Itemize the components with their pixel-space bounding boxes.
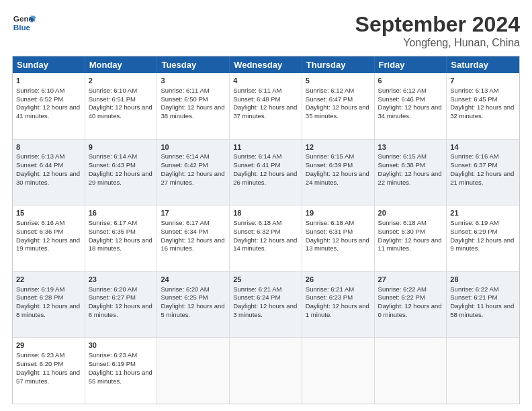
calendar-body: 1 Sunrise: 6:10 AMSunset: 6:52 PMDayligh… bbox=[13, 73, 519, 404]
day-10: 10 Sunrise: 6:14 AMSunset: 6:42 PMDaylig… bbox=[157, 140, 230, 205]
day-17: 17 Sunrise: 6:17 AMSunset: 6:34 PMDaylig… bbox=[157, 205, 230, 271]
day-13: 13 Sunrise: 6:15 AMSunset: 6:38 PMDaylig… bbox=[375, 140, 447, 205]
week-row-4: 22 Sunrise: 6:19 AMSunset: 6:28 PMDaylig… bbox=[13, 272, 519, 338]
calendar: Sunday Monday Tuesday Wednesday Thursday… bbox=[12, 56, 520, 404]
day-25: 25 Sunrise: 6:21 AMSunset: 6:24 PMDaylig… bbox=[230, 272, 302, 338]
week-row-2: 8 Sunrise: 6:13 AMSunset: 6:44 PMDayligh… bbox=[13, 140, 519, 206]
logo-icon: General Blue bbox=[12, 12, 36, 36]
week-row-3: 15 Sunrise: 6:16 AMSunset: 6:36 PMDaylig… bbox=[13, 205, 519, 272]
location-title: Yongfeng, Hunan, China bbox=[355, 37, 520, 49]
day-2: 2 Sunrise: 6:10 AMSunset: 6:51 PMDayligh… bbox=[85, 73, 158, 139]
day-1: 1 Sunrise: 6:10 AMSunset: 6:52 PMDayligh… bbox=[13, 73, 85, 139]
header-tuesday: Tuesday bbox=[157, 56, 230, 73]
day-4: 4 Sunrise: 6:11 AMSunset: 6:48 PMDayligh… bbox=[230, 73, 302, 139]
day-29: 29 Sunrise: 6:23 AMSunset: 6:20 PMDaylig… bbox=[13, 338, 85, 404]
header-friday: Friday bbox=[375, 56, 447, 73]
day-30: 30 Sunrise: 6:23 AMSunset: 6:19 PMDaylig… bbox=[85, 338, 158, 404]
logo: General Blue bbox=[12, 12, 36, 36]
page: General Blue September 2024 Yongfeng, Hu… bbox=[0, 0, 532, 411]
day-16: 16 Sunrise: 6:17 AMSunset: 6:35 PMDaylig… bbox=[85, 205, 158, 271]
day-3: 3 Sunrise: 6:11 AMSunset: 6:50 PMDayligh… bbox=[157, 73, 230, 139]
day-6: 6 Sunrise: 6:12 AMSunset: 6:46 PMDayligh… bbox=[375, 73, 447, 139]
calendar-header: Sunday Monday Tuesday Wednesday Thursday… bbox=[13, 56, 519, 73]
day-11: 11 Sunrise: 6:14 AMSunset: 6:41 PMDaylig… bbox=[230, 140, 302, 205]
day-12: 12 Sunrise: 6:15 AMSunset: 6:39 PMDaylig… bbox=[302, 140, 375, 205]
day-empty-1 bbox=[157, 338, 230, 404]
day-21: 21 Sunrise: 6:19 AMSunset: 6:29 PMDaylig… bbox=[447, 205, 519, 271]
week-row-1: 1 Sunrise: 6:10 AMSunset: 6:52 PMDayligh… bbox=[13, 73, 519, 140]
day-19: 19 Sunrise: 6:18 AMSunset: 6:31 PMDaylig… bbox=[302, 205, 375, 271]
day-15: 15 Sunrise: 6:16 AMSunset: 6:36 PMDaylig… bbox=[13, 205, 85, 271]
day-22: 22 Sunrise: 6:19 AMSunset: 6:28 PMDaylig… bbox=[13, 272, 85, 338]
day-20: 20 Sunrise: 6:18 AMSunset: 6:30 PMDaylig… bbox=[375, 205, 447, 271]
header-wednesday: Wednesday bbox=[230, 56, 302, 73]
header: General Blue September 2024 Yongfeng, Hu… bbox=[12, 12, 520, 49]
day-empty-5 bbox=[447, 338, 519, 404]
day-27: 27 Sunrise: 6:22 AMSunset: 6:22 PMDaylig… bbox=[375, 272, 447, 338]
month-title: September 2024 bbox=[355, 12, 520, 37]
week-row-5: 29 Sunrise: 6:23 AMSunset: 6:20 PMDaylig… bbox=[13, 338, 519, 404]
svg-text:Blue: Blue bbox=[13, 23, 31, 32]
day-empty-2 bbox=[230, 338, 302, 404]
title-block: September 2024 Yongfeng, Hunan, China bbox=[355, 12, 520, 49]
day-18: 18 Sunrise: 6:18 AMSunset: 6:32 PMDaylig… bbox=[230, 205, 302, 271]
day-23: 23 Sunrise: 6:20 AMSunset: 6:27 PMDaylig… bbox=[85, 272, 158, 338]
header-monday: Monday bbox=[85, 56, 158, 73]
header-saturday: Saturday bbox=[447, 56, 519, 73]
day-empty-4 bbox=[375, 338, 447, 404]
day-26: 26 Sunrise: 6:21 AMSunset: 6:23 PMDaylig… bbox=[302, 272, 375, 338]
day-empty-3 bbox=[302, 338, 375, 404]
day-14: 14 Sunrise: 6:16 AMSunset: 6:37 PMDaylig… bbox=[447, 140, 519, 205]
header-sunday: Sunday bbox=[13, 56, 85, 73]
day-9: 9 Sunrise: 6:14 AMSunset: 6:43 PMDayligh… bbox=[85, 140, 158, 205]
header-thursday: Thursday bbox=[302, 56, 375, 73]
day-24: 24 Sunrise: 6:20 AMSunset: 6:25 PMDaylig… bbox=[157, 272, 230, 338]
day-7: 7 Sunrise: 6:13 AMSunset: 6:45 PMDayligh… bbox=[447, 73, 519, 139]
day-28: 28 Sunrise: 6:22 AMSunset: 6:21 PMDaylig… bbox=[447, 272, 519, 338]
day-5: 5 Sunrise: 6:12 AMSunset: 6:47 PMDayligh… bbox=[302, 73, 375, 139]
day-8: 8 Sunrise: 6:13 AMSunset: 6:44 PMDayligh… bbox=[13, 140, 85, 205]
